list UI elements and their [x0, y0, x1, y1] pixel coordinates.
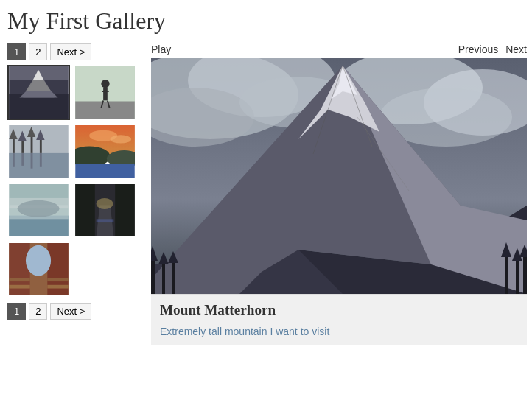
- top-page1-button[interactable]: 1: [7, 43, 26, 60]
- svg-point-45: [97, 198, 113, 209]
- page-title: My First Gallery: [7, 7, 525, 35]
- image-title: Mount Matterhorn: [160, 302, 518, 318]
- svg-rect-82: [523, 256, 527, 294]
- play-button[interactable]: Play: [151, 43, 171, 55]
- thumbnail-6[interactable]: [74, 183, 136, 238]
- svg-rect-54: [47, 285, 68, 289]
- svg-rect-8: [75, 101, 134, 119]
- svg-point-40: [18, 200, 60, 217]
- top-next-button[interactable]: Next >: [50, 43, 91, 60]
- thumbnail-4[interactable]: [74, 124, 136, 179]
- right-panel: Play Previous Next: [151, 43, 527, 345]
- svg-rect-44: [115, 184, 135, 236]
- main-image-display: [151, 58, 527, 294]
- svg-rect-33: [75, 164, 134, 178]
- thumbnail-2[interactable]: [74, 65, 136, 120]
- thumbnail-5[interactable]: [7, 183, 70, 238]
- svg-rect-78: [505, 253, 508, 294]
- bottom-page2-button[interactable]: 2: [29, 303, 47, 320]
- svg-rect-16: [9, 153, 68, 178]
- controls-left: Play: [151, 43, 171, 55]
- thumbnail-1[interactable]: [7, 65, 70, 120]
- bottom-page1-button[interactable]: 1: [7, 303, 26, 320]
- bottom-pagination: 1 2 Next >: [7, 303, 144, 320]
- svg-point-35: [111, 135, 131, 143]
- svg-rect-11: [103, 88, 108, 100]
- svg-rect-80: [516, 259, 519, 294]
- svg-rect-72: [151, 257, 155, 294]
- svg-rect-46: [97, 219, 114, 222]
- svg-rect-53: [9, 285, 29, 289]
- svg-point-50: [26, 245, 51, 276]
- svg-rect-43: [75, 184, 95, 236]
- top-page2-button[interactable]: 2: [29, 43, 47, 60]
- svg-point-10: [101, 80, 109, 88]
- top-pagination: 1 2 Next >: [7, 43, 144, 60]
- left-panel: 1 2 Next >: [7, 43, 144, 324]
- previous-button[interactable]: Previous: [458, 43, 498, 55]
- image-caption: Mount Matterhorn Extremely tall mountain…: [151, 294, 527, 345]
- svg-rect-52: [47, 278, 68, 281]
- svg-rect-76: [172, 261, 175, 294]
- svg-rect-1: [9, 94, 68, 119]
- image-description: Extremely tall mountain I want to visit: [160, 326, 518, 337]
- thumbnail-3[interactable]: [7, 124, 70, 179]
- gallery-container: 1 2 Next >: [7, 43, 525, 345]
- svg-rect-27: [31, 153, 33, 169]
- bottom-next-button[interactable]: Next >: [50, 303, 91, 320]
- next-slide-button[interactable]: Next: [505, 43, 527, 55]
- thumbnail-7[interactable]: [7, 242, 70, 297]
- svg-rect-51: [9, 278, 29, 281]
- thumbnail-grid: [7, 65, 144, 297]
- svg-rect-25: [13, 153, 15, 167]
- slideshow-controls: Play Previous Next: [151, 43, 527, 55]
- controls-right: Previous Next: [458, 43, 527, 55]
- svg-rect-26: [21, 153, 24, 166]
- svg-rect-74: [162, 263, 165, 294]
- svg-rect-28: [40, 153, 42, 167]
